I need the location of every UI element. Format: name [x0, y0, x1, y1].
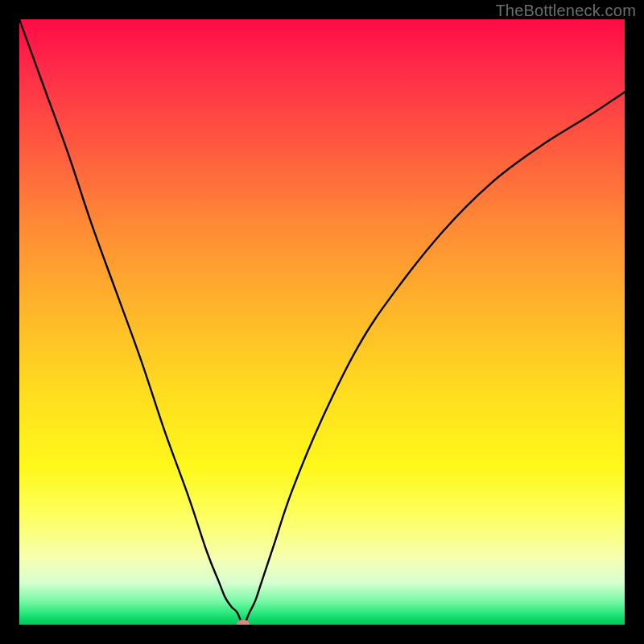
gradient-background — [19, 19, 625, 625]
chart-frame: TheBottleneck.com — [0, 0, 644, 644]
optimum-marker — [237, 620, 250, 625]
watermark-text: TheBottleneck.com — [495, 2, 636, 20]
plot-area — [19, 19, 625, 625]
